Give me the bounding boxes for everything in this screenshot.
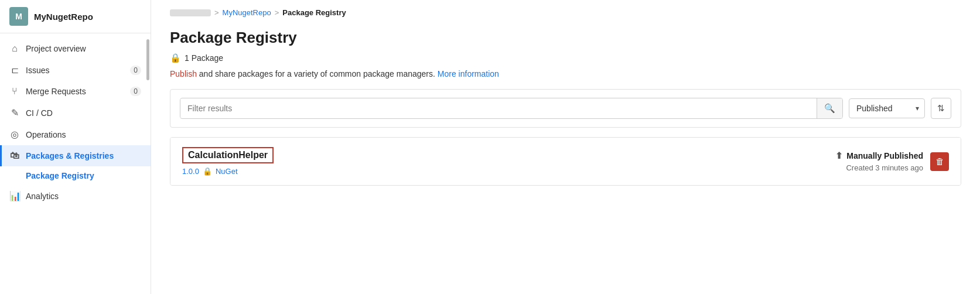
search-button[interactable]: 🔍 bbox=[817, 98, 842, 118]
sidebar-sub-item-label: Package Registry bbox=[26, 171, 94, 180]
package-count-icon: 🔒 bbox=[170, 53, 181, 63]
sidebar-item-label: CI / CD bbox=[26, 108, 53, 118]
more-info-link[interactable]: More information bbox=[438, 69, 499, 78]
issues-badge: 0 bbox=[130, 66, 141, 75]
package-info: CalculationHelper 1.0.0 🔒 NuGet bbox=[182, 147, 835, 176]
sidebar-item-analytics[interactable]: 📊 Analytics bbox=[0, 185, 151, 207]
package-count-label: 1 Package bbox=[185, 53, 223, 63]
nuget-icon: 🔒 bbox=[203, 167, 212, 176]
sidebar-item-label: Issues bbox=[26, 66, 49, 75]
created-label: Created 3 minutes ago bbox=[846, 163, 923, 172]
table-row: CalculationHelper 1.0.0 🔒 NuGet ⬆ Manual… bbox=[170, 138, 961, 185]
merge-badge: 0 bbox=[130, 87, 141, 96]
manually-published-text: Manually Published bbox=[846, 151, 923, 160]
breadcrumb-repo[interactable]: MyNugetRepo bbox=[223, 8, 271, 17]
packages-icon: 🛍 bbox=[9, 151, 20, 161]
main-content: > MyNugetRepo > Package Registry Package… bbox=[151, 0, 980, 294]
search-input-wrap: 🔍 bbox=[180, 98, 843, 119]
breadcrumb-current: Package Registry bbox=[282, 8, 346, 17]
sidebar-item-merge-requests[interactable]: ⑂ Merge Requests 0 bbox=[0, 81, 151, 102]
breadcrumb-sep2: > bbox=[275, 8, 279, 17]
package-actions: ⬆ Manually Published Created 3 minutes a… bbox=[835, 151, 923, 172]
sidebar-item-label: Analytics bbox=[26, 192, 59, 201]
package-count: 🔒 1 Package bbox=[170, 53, 961, 63]
sidebar-nav: ⌂ Project overview ⊏ Issues 0 ⑂ Merge Re… bbox=[0, 33, 151, 294]
house-icon: ⌂ bbox=[9, 43, 20, 54]
sidebar: M MyNugetRepo ⌂ Project overview ⊏ Issue… bbox=[0, 0, 151, 294]
filter-bar: 🔍 Published All Hidden ▾ ⇅ bbox=[170, 89, 961, 128]
package-type: NuGet bbox=[216, 167, 238, 176]
status-select-wrap: Published All Hidden ▾ bbox=[849, 98, 925, 118]
merge-icon: ⑂ bbox=[9, 86, 20, 97]
breadcrumb: > MyNugetRepo > Package Registry bbox=[151, 0, 980, 22]
info-text: Publish and share packages for a variety… bbox=[170, 69, 961, 78]
sidebar-item-packages-registries[interactable]: 🛍 Packages & Registries bbox=[0, 145, 151, 166]
breadcrumb-sep1: > bbox=[214, 8, 219, 17]
sidebar-item-label: Operations bbox=[26, 130, 66, 139]
published-label: ⬆ Manually Published bbox=[835, 151, 923, 161]
sidebar-item-label: Packages & Registries bbox=[26, 151, 114, 160]
repo-title: MyNugetRepo bbox=[34, 12, 93, 22]
info-text-rest: and share packages for a variety of comm… bbox=[199, 69, 435, 78]
page-content: Package Registry 🔒 1 Package Publish and… bbox=[151, 22, 980, 204]
analytics-icon: 📊 bbox=[9, 190, 20, 201]
scrollbar-thumb bbox=[146, 39, 149, 80]
sidebar-item-project-overview[interactable]: ⌂ Project overview bbox=[0, 38, 151, 59]
sort-icon: ⇅ bbox=[937, 103, 945, 113]
upload-icon: ⬆ bbox=[835, 151, 843, 161]
operations-icon: ◎ bbox=[9, 129, 20, 140]
sidebar-header: M MyNugetRepo bbox=[0, 0, 151, 33]
publish-word: Publish bbox=[170, 69, 197, 78]
sidebar-item-cicd[interactable]: ✎ CI / CD bbox=[0, 102, 151, 124]
sidebar-item-issues[interactable]: ⊏ Issues 0 bbox=[0, 59, 151, 81]
sidebar-item-label: Project overview bbox=[26, 44, 86, 53]
status-select[interactable]: Published All Hidden bbox=[849, 98, 925, 118]
sidebar-item-label: Merge Requests bbox=[26, 87, 86, 96]
page-title: Package Registry bbox=[170, 29, 961, 47]
issues-icon: ⊏ bbox=[9, 64, 20, 76]
trash-icon: 🗑 bbox=[935, 156, 944, 166]
search-icon: 🔍 bbox=[824, 103, 835, 113]
package-name[interactable]: CalculationHelper bbox=[182, 147, 274, 163]
package-meta: 1.0.0 🔒 NuGet bbox=[182, 167, 835, 176]
sidebar-item-operations[interactable]: ◎ Operations bbox=[0, 124, 151, 145]
breadcrumb-org bbox=[170, 9, 211, 16]
package-actions-row: ⬆ Manually Published Created 3 minutes a… bbox=[835, 151, 949, 172]
cicd-icon: ✎ bbox=[9, 107, 20, 118]
sidebar-sub-item-package-registry[interactable]: Package Registry bbox=[0, 166, 151, 185]
package-version: 1.0.0 bbox=[182, 167, 199, 176]
search-input[interactable] bbox=[180, 99, 817, 118]
avatar: M bbox=[9, 7, 28, 26]
delete-button[interactable]: 🗑 bbox=[930, 152, 949, 171]
sort-button[interactable]: ⇅ bbox=[931, 98, 951, 119]
package-list: CalculationHelper 1.0.0 🔒 NuGet ⬆ Manual… bbox=[170, 137, 961, 186]
